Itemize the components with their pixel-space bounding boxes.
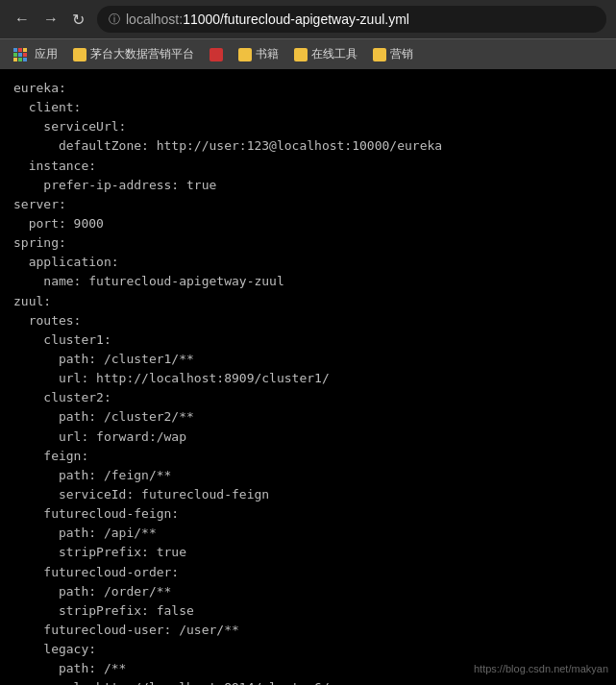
bookmark-marketing[interactable]: 营销: [367, 44, 419, 64]
bookmark-maotai[interactable]: 茅台大数据营销平台: [67, 44, 200, 64]
bookmark-red[interactable]: [204, 46, 229, 63]
address-text: localhost:11000/futurecloud-apigetway-zu…: [126, 12, 409, 27]
back-button[interactable]: ←: [10, 9, 35, 30]
yaml-content: eureka: client: serviceUrl: defaultZone:…: [13, 79, 603, 685]
bookmark-books-label: 书籍: [256, 46, 279, 62]
content-area: eureka: client: serviceUrl: defaultZone:…: [0, 69, 616, 685]
address-path: 11000/futurecloud-apigetway-zuul.yml: [183, 12, 409, 27]
bookmark-marketing-label: 营销: [390, 46, 413, 62]
bookmark-tools[interactable]: 在线工具: [288, 44, 363, 64]
bookmark-books-icon: [238, 48, 252, 61]
nav-buttons: ← → ↻: [10, 9, 89, 31]
bookmark-tools-icon: [294, 48, 308, 61]
bookmark-maotai-icon: [73, 48, 86, 61]
watermark: https://blog.csdn.net/makyan: [474, 661, 608, 677]
lock-icon: ⓘ: [109, 12, 120, 28]
bookmark-marketing-icon: [373, 48, 386, 61]
bookmark-red-icon: [209, 48, 223, 61]
reload-button[interactable]: ↻: [67, 9, 89, 31]
bookmark-maotai-label: 茅台大数据营销平台: [90, 46, 194, 62]
bookmark-books[interactable]: 书籍: [233, 44, 284, 64]
browser-toolbar: ← → ↻ ⓘ localhost:11000/futurecloud-apig…: [0, 0, 616, 38]
apps-grid-icon: [13, 48, 27, 61]
forward-button[interactable]: →: [38, 9, 63, 30]
bookmarks-bar: 应用 茅台大数据营销平台 书籍 在线工具 营销: [0, 38, 616, 69]
address-bar[interactable]: ⓘ localhost:11000/futurecloud-apigetway-…: [97, 6, 606, 33]
address-protocol: localhost:: [126, 12, 183, 27]
bookmark-tools-label: 在线工具: [311, 46, 357, 62]
browser-chrome: ← → ↻ ⓘ localhost:11000/futurecloud-apig…: [0, 0, 616, 69]
bookmark-apps[interactable]: 应用: [8, 44, 63, 64]
apps-label: 应用: [35, 46, 58, 62]
